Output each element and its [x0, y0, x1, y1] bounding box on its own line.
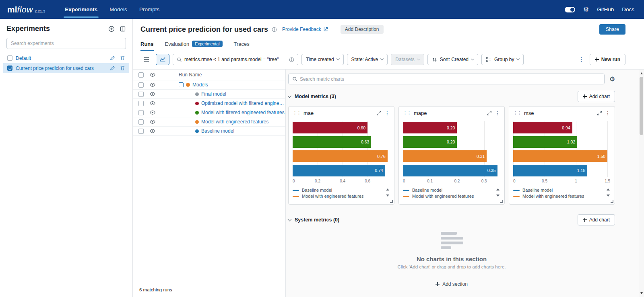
experiment-list-item-selected[interactable]: Current price predicion for used cars — [3, 63, 129, 73]
eye-icon[interactable] — [150, 91, 162, 97]
eye-icon[interactable] — [150, 100, 162, 106]
charts-settings-gear-icon[interactable] — [609, 76, 615, 82]
legend-scroll-arrows[interactable] — [496, 188, 500, 197]
resize-handle-icon[interactable] — [390, 200, 393, 203]
run-row[interactable]: Baseline model — [133, 127, 285, 136]
tab-evaluation[interactable]: Evaluation Experimental — [165, 41, 223, 51]
run-name-link[interactable]: Baseline model — [201, 128, 234, 134]
resize-handle-icon[interactable] — [500, 200, 503, 203]
eye-icon[interactable] — [150, 119, 162, 125]
state-dropdown[interactable]: State: Active — [347, 54, 388, 65]
eye-icon[interactable] — [150, 82, 162, 88]
scroll-up-icon[interactable] — [386, 188, 389, 190]
scrollbar-up-arrow[interactable] — [639, 70, 644, 76]
time-created-dropdown[interactable]: Time created — [301, 54, 344, 65]
legend-scroll-arrows[interactable] — [386, 188, 389, 197]
eye-icon[interactable] — [150, 110, 162, 115]
query-help-icon[interactable] — [289, 57, 294, 62]
chevron-down-icon[interactable] — [288, 94, 292, 98]
legend-item[interactable]: Baseline model — [513, 187, 603, 193]
run-name-link[interactable]: Model with engineered features — [201, 119, 268, 125]
delete-trash-icon[interactable] — [120, 55, 125, 61]
select-all-checkbox[interactable] — [138, 72, 144, 78]
search-experiments-input[interactable] — [6, 38, 126, 49]
run-row[interactable]: Model with engineered features — [133, 117, 285, 127]
tab-traces[interactable]: Traces — [234, 41, 250, 51]
bar[interactable]: 0.63 — [293, 136, 371, 148]
tab-runs[interactable]: Runs — [140, 41, 154, 51]
delete-trash-icon[interactable] — [120, 66, 125, 71]
bar[interactable]: 1.18 — [513, 165, 587, 176]
experiment-checkbox-checked[interactable] — [7, 66, 12, 71]
experiment-name-link[interactable]: Default — [16, 55, 107, 61]
mlflow-logo[interactable]: mlflow 2.21.3 — [7, 5, 45, 14]
add-chart-button[interactable]: Add chart — [578, 91, 615, 102]
theme-toggle-icon[interactable] — [565, 7, 575, 12]
settings-gear-icon[interactable] — [583, 6, 589, 13]
chart-menu-icon[interactable] — [495, 110, 500, 116]
bar[interactable]: 1.02 — [513, 136, 577, 148]
run-name-link[interactable]: Model with filtered engineered features — [201, 110, 285, 115]
scroll-down-icon[interactable] — [496, 195, 500, 197]
run-checkbox[interactable] — [138, 119, 144, 125]
legend-scroll-arrows[interactable] — [607, 188, 610, 197]
run-row[interactable]: Final model — [133, 90, 285, 99]
bar[interactable]: 1.50 — [513, 150, 607, 162]
legend-item[interactable]: Baseline model — [403, 187, 492, 193]
scrollbar-thumb[interactable] — [640, 77, 643, 135]
chart-menu-icon[interactable] — [384, 110, 390, 116]
provide-feedback-link[interactable]: Provide Feedback — [282, 27, 328, 32]
drag-handle-icon[interactable] — [403, 111, 411, 116]
sort-dropdown[interactable]: Sort: Created — [427, 54, 478, 65]
chart-menu-icon[interactable] — [605, 110, 611, 116]
scroll-down-icon[interactable] — [607, 195, 610, 197]
bar[interactable]: 0.94 — [513, 122, 572, 133]
run-group-link[interactable]: Models — [192, 82, 208, 88]
collapse-sidebar-icon[interactable] — [120, 26, 126, 32]
drag-handle-icon[interactable] — [513, 111, 521, 116]
run-checkbox[interactable] — [138, 92, 144, 97]
resize-handle-icon[interactable] — [611, 200, 613, 203]
run-name-link[interactable]: Final model — [201, 91, 226, 97]
run-checkbox[interactable] — [138, 110, 144, 115]
group-by-dropdown[interactable]: Group by — [481, 54, 524, 65]
drag-handle-icon[interactable] — [293, 111, 301, 116]
expand-chart-icon[interactable] — [487, 111, 492, 116]
runs-query-input[interactable] — [184, 57, 287, 62]
nav-tab-models[interactable]: Models — [103, 0, 133, 19]
github-link[interactable]: GitHub — [597, 6, 614, 12]
bar[interactable]: 0.31 — [403, 150, 487, 162]
share-button[interactable]: Share — [599, 24, 625, 35]
run-checkbox[interactable] — [138, 129, 144, 134]
edit-pencil-icon[interactable] — [110, 66, 115, 71]
eye-icon[interactable] — [150, 128, 162, 134]
bar[interactable]: 0.20 — [403, 122, 457, 133]
legend-item[interactable]: Model with engineered features — [403, 193, 492, 199]
expand-chart-icon[interactable] — [376, 111, 382, 116]
new-experiment-icon[interactable] — [108, 26, 115, 32]
new-run-button[interactable]: New run — [590, 54, 625, 65]
chart-view-button[interactable] — [156, 54, 169, 65]
info-icon[interactable] — [272, 27, 277, 32]
scroll-up-icon[interactable] — [607, 188, 610, 190]
experiment-list-item[interactable]: Default — [3, 53, 129, 63]
bar[interactable]: 0.60 — [293, 122, 367, 133]
legend-item[interactable]: Model with engineered features — [513, 193, 603, 199]
run-checkbox[interactable] — [138, 101, 144, 106]
legend-item[interactable]: Model with engineered features — [293, 193, 382, 199]
legend-item[interactable]: Baseline model — [293, 187, 382, 193]
add-chart-button[interactable]: Add chart — [578, 214, 615, 225]
expand-chart-icon[interactable] — [597, 111, 602, 116]
list-view-button[interactable] — [140, 54, 153, 65]
chevron-down-icon[interactable] — [288, 217, 292, 221]
toolbar-overflow-menu-icon[interactable] — [576, 56, 586, 63]
run-row[interactable]: Model with filtered engineered features — [133, 108, 285, 117]
scroll-up-icon[interactable] — [496, 188, 500, 190]
search-metric-charts-input[interactable] — [300, 76, 601, 82]
scroll-down-icon[interactable] — [386, 195, 389, 197]
toggle-visibility-icon[interactable] — [150, 72, 162, 78]
run-row[interactable]: Optimized model with filtered engineered… — [133, 99, 285, 108]
docs-link[interactable]: Docs — [622, 6, 634, 12]
collapse-group-icon[interactable] — [179, 82, 184, 87]
add-section-button[interactable]: Add section — [288, 281, 615, 292]
